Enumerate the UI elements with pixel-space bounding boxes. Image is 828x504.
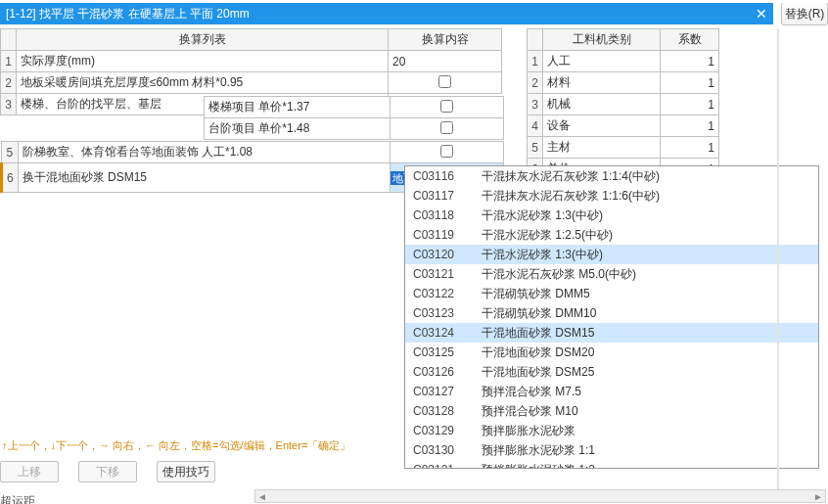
keyboard-hint: ↑上一个，↓下一个，→ 向右，← 向左，空格=勾选/编辑，Enter=「确定」 bbox=[2, 438, 254, 453]
window-title: [1-12] 找平层 干混砂浆 在硬基层上 平面 20mm bbox=[6, 6, 250, 23]
window-titlebar: [1-12] 找平层 干混砂浆 在硬基层上 平面 20mm ✕ bbox=[0, 3, 773, 24]
checkbox[interactable] bbox=[438, 75, 451, 88]
move-up-button[interactable]: 上移 bbox=[0, 461, 59, 482]
dropdown-item[interactable]: C03119干混水泥砂浆 1:2.5(中砂) bbox=[405, 225, 818, 245]
dropdown-item[interactable]: C03131预拌膨胀水泥砂浆 1:2 bbox=[405, 460, 818, 469]
checkbox[interactable] bbox=[440, 100, 453, 113]
factor-table: 工料机类别 系数 1人工1 2材料1 3机械1 4设备1 5主材1 6单价1 bbox=[527, 28, 719, 180]
dropdown-item[interactable]: C03129预拌膨胀水泥砂浆 bbox=[405, 421, 818, 440]
table-row[interactable]: 5 阶梯教室、体育馆看台等地面装饰 人工*1.08 bbox=[2, 142, 504, 163]
replace-button[interactable]: 替换(R) bbox=[781, 2, 828, 25]
move-down-button[interactable]: 下移 bbox=[78, 461, 137, 482]
table-row[interactable]: 1人工1 bbox=[528, 51, 719, 72]
mortar-dropdown[interactable]: C03116干混抹灰水泥石灰砂浆 1:1:4(中砂)C03117干混抹灰水泥石灰… bbox=[404, 165, 819, 469]
footer-panel: ↑上一个，↓下一个，→ 向右，← 向左，空格=勾选/编辑，Enter=「确定」 … bbox=[0, 435, 254, 504]
col-content: 换算内容 bbox=[389, 29, 502, 51]
close-icon[interactable]: ✕ bbox=[750, 3, 773, 24]
scroll-right-icon[interactable]: ► bbox=[811, 491, 825, 502]
checkbox[interactable] bbox=[440, 145, 453, 158]
table-row[interactable]: 2材料1 bbox=[528, 72, 719, 94]
dropdown-item[interactable]: C03122干混砌筑砂浆 DMM5 bbox=[405, 284, 818, 303]
table-row[interactable]: 1 实际厚度(mm) 20 bbox=[1, 51, 502, 72]
table-row[interactable]: 2 地板采暖房间填充层厚度≤60mm 材料*0.95 bbox=[1, 72, 502, 94]
col-list: 换算列表 bbox=[17, 29, 389, 51]
table-row[interactable]: 5主材1 bbox=[528, 137, 719, 159]
thickness-value[interactable]: 20 bbox=[389, 51, 502, 72]
tips-button[interactable]: 使用技巧 bbox=[157, 461, 215, 482]
dropdown-item[interactable]: C03126干混地面砂浆 DSM25 bbox=[405, 362, 818, 382]
col-coef: 系数 bbox=[661, 29, 719, 51]
dropdown-item[interactable]: C03123干混砌筑砂浆 DMM10 bbox=[405, 303, 818, 323]
dropdown-item[interactable]: C03124干混地面砂浆 DSM15 bbox=[405, 323, 818, 343]
table-row[interactable]: 3机械1 bbox=[528, 94, 719, 115]
dropdown-item[interactable]: C03127预拌混合砂浆 M7.5 bbox=[405, 382, 818, 401]
dropdown-item[interactable]: C03120干混水泥砂浆 1:3(中砂) bbox=[405, 245, 818, 264]
dropdown-item[interactable]: C03117干混抹灰水泥石灰砂浆 1:1:6(中砂) bbox=[405, 186, 818, 206]
horizontal-scrollbar[interactable]: ◄ ► bbox=[254, 489, 826, 503]
tree-item[interactable]: 超运距 bbox=[0, 492, 254, 504]
dropdown-item[interactable]: C03121干混水泥石灰砂浆 M5.0(中砂) bbox=[405, 264, 818, 284]
dropdown-item[interactable]: C03116干混抹灰水泥石灰砂浆 1:1:4(中砂) bbox=[405, 166, 818, 186]
dropdown-item[interactable]: C03118干混水泥砂浆 1:3(中砂) bbox=[405, 206, 818, 225]
dropdown-item[interactable]: C03130预拌膨胀水泥砂浆 1:1 bbox=[405, 440, 818, 460]
dropdown-item[interactable]: C03125干混地面砂浆 DSM20 bbox=[405, 343, 818, 362]
table-row[interactable]: 4设备1 bbox=[528, 115, 719, 137]
checkbox[interactable] bbox=[440, 121, 453, 134]
dropdown-item[interactable]: C03128预拌混合砂浆 M10 bbox=[405, 401, 818, 421]
scroll-left-icon[interactable]: ◄ bbox=[255, 491, 269, 502]
col-kind: 工料机类别 bbox=[543, 29, 661, 51]
tree-panel: 超运距 直运输工程及超高措施 工程其它措施项目 bbox=[0, 492, 254, 504]
